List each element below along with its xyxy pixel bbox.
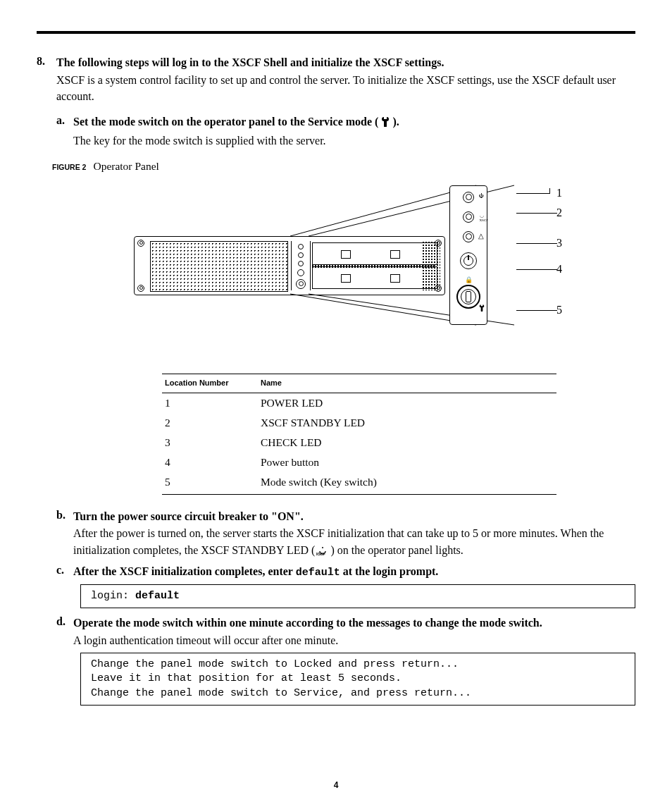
legend-header-location: Location Number: [162, 374, 258, 393]
substep-body: After the power is turned on, the server…: [73, 525, 635, 559]
legend-table: Location Number Name 1 POWER LED 2 XSCF …: [162, 374, 556, 495]
led-dot: [297, 269, 304, 276]
table-row: 1 POWER LED: [162, 393, 556, 413]
figure-caption-text: Operator Panel: [93, 160, 158, 173]
drive-bay: [312, 242, 437, 265]
control-column: [291, 241, 311, 290]
table-row: 4 Power button: [162, 452, 556, 472]
callout-leader: [516, 243, 557, 244]
svg-point-4: [322, 547, 323, 548]
led-dot: [298, 252, 304, 258]
drive-handle: [390, 274, 400, 283]
page-number: 4: [0, 780, 672, 790]
callout-leader: [516, 310, 557, 311]
substep-title: Set the mode switch on the operator pane…: [73, 114, 635, 131]
drive-handle: [341, 274, 351, 283]
alert-triangle-icon: △: [478, 232, 484, 240]
step-title: The following steps will log in to the X…: [56, 55, 635, 70]
operator-panel: ⏻ ◡ XSCF △ 🔒: [449, 185, 487, 325]
step-body: XSCF is a system control facility to set…: [56, 72, 635, 104]
callout-number: 5: [556, 304, 562, 316]
server-front: [134, 236, 445, 295]
drive-handle: [390, 250, 400, 259]
led-icon: [463, 211, 474, 223]
wrench-icon: [381, 116, 390, 131]
step-8b: b. Turn the power source circuit breaker…: [56, 509, 635, 560]
callout-number: 1: [556, 187, 562, 199]
step-number: 8.: [37, 55, 45, 68]
led-icon: [463, 192, 474, 203]
callout-number: 3: [556, 237, 562, 250]
callout-leader: [516, 269, 557, 270]
substep-letter: d.: [56, 615, 66, 628]
front-button: [296, 279, 306, 289]
drive-handle: [341, 250, 351, 259]
drive-bay: [312, 266, 437, 289]
check-led: △: [450, 231, 487, 251]
figure-label: FIGURE 2: [52, 163, 86, 171]
mode-key-switch: [456, 285, 480, 309]
step-8: 8. The following steps will log in to th…: [37, 55, 635, 706]
screw-icon: [137, 285, 144, 292]
svg-line-0: [290, 185, 476, 236]
substep-letter: a.: [56, 114, 65, 127]
legend-header-name: Name: [258, 374, 556, 393]
substep-title: After the XSCF initialization completes,…: [73, 564, 635, 580]
power-symbol-icon: ⏻: [479, 193, 484, 199]
figure-operator-panel: ⏻ ◡ XSCF △ 🔒: [56, 180, 635, 359]
callout-leader: [516, 193, 550, 194]
substep-title: Operate the mode switch within one minut…: [73, 615, 635, 631]
vent-grille: [150, 241, 288, 292]
step-8c: c. After the XSCF initialization complet…: [56, 564, 635, 609]
callout-number: 4: [556, 263, 562, 276]
xscf-label: XSCF: [479, 218, 488, 222]
standby-symbol-icon: XSCF: [318, 543, 328, 560]
substep-title: Turn the power source circuit breaker to…: [73, 509, 635, 524]
screw-icon: [137, 240, 144, 247]
step-8d: d. Operate the mode switch within one mi…: [56, 615, 635, 706]
step-8a: a. Set the mode switch on the operator p…: [56, 114, 635, 149]
wrench-icon: [479, 302, 485, 314]
led-icon: [463, 231, 474, 242]
power-led: ⏻: [450, 192, 487, 211]
xscf-standby-led: ◡ XSCF: [450, 211, 487, 231]
substep-body: The key for the mode switch is supplied …: [73, 133, 635, 149]
vent-panel: [422, 241, 440, 290]
svg-line-1: [290, 294, 476, 325]
page-rule: [37, 31, 635, 34]
substep-body: A login authentication timeout will occu…: [73, 632, 635, 648]
code-block-mode-switch: Change the panel mode switch to Locked a…: [80, 653, 635, 706]
xscf-label: XSCF: [316, 552, 325, 557]
figure-caption: FIGURE 2 Operator Panel: [52, 160, 635, 173]
page: 8. The following steps will log in to th…: [0, 0, 672, 807]
table-row: 5 Mode switch (Key switch): [162, 472, 556, 495]
callout-leader: [549, 188, 551, 194]
lock-icon: 🔒: [465, 276, 473, 283]
power-button: [460, 252, 477, 269]
callout-leader: [516, 213, 557, 214]
table-row: 3 CHECK LED: [162, 433, 556, 452]
code-block-login: login: default: [80, 584, 635, 608]
table-row: 2 XSCF STANDBY LED: [162, 413, 556, 433]
led-dot: [298, 261, 304, 266]
substep-letter: c.: [56, 564, 64, 577]
standby-symbol-icon: ◡: [480, 213, 484, 218]
substep-letter: b.: [56, 509, 66, 522]
callout-number: 2: [556, 207, 562, 219]
led-dot: [298, 244, 304, 250]
